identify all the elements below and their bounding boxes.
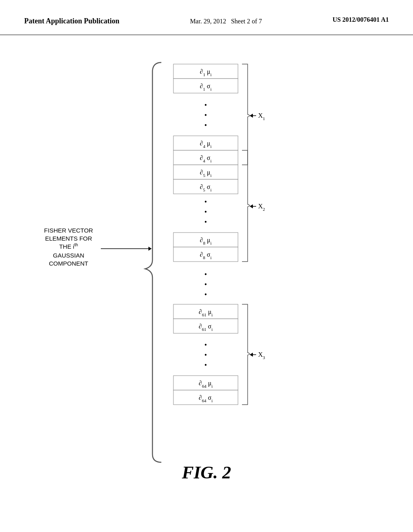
dots-4: • [204,341,207,349]
fisher-label-line3: THE ith [59,242,78,250]
publication-date-sheet: Mar. 29, 2012 Sheet 2 of 7 [190,16,262,27]
x2-arrow-head [250,204,253,208]
dots-3c: • [204,291,207,299]
x3-label: X3 [258,351,265,360]
fisher-label-line2: ELEMENTS FOR [45,235,92,242]
fisher-label-line5: COMPONENT [49,260,88,267]
dots-2: • [204,198,207,206]
sheet-info: Sheet 2 of 7 [231,18,262,25]
dots-1: • [204,101,207,109]
figure-label: FIG. 2 [181,463,231,482]
diagram-area: FISHER VECTOR ELEMENTS FOR THE ith GAUSS… [0,35,413,499]
dots-3b: • [204,281,207,289]
x1-bracket [242,64,250,165]
fisher-arrow-head [148,247,152,251]
publication-date: Mar. 29, 2012 [190,18,226,25]
big-bracket-left [145,62,161,462]
publication-title: Patent Application Publication [24,16,119,26]
dots-1c: • [204,121,207,129]
fisher-label-line1: FISHER VECTOR [44,227,93,234]
dots-1b: • [204,111,207,119]
publication-number: US 2012/0076401 A1 [332,16,389,23]
dots-2b: • [204,208,207,216]
fisher-label-line4: GAUSSIAN [53,252,84,259]
x1-label: X1 [258,112,265,121]
x3-bracket [242,304,250,405]
x2-bracket [242,150,250,262]
diagram-svg: FISHER VECTOR ELEMENTS FOR THE ith GAUSS… [0,35,413,499]
dots-3: • [204,270,207,278]
x3-arrow-head [250,353,253,357]
dots-4b: • [204,351,207,359]
x1-arrow-head [250,114,253,118]
dots-4c: • [204,361,207,369]
page-header: Patent Application Publication Mar. 29, … [0,0,413,35]
dots-2c: • [204,218,207,226]
x2-label: X2 [258,203,265,212]
